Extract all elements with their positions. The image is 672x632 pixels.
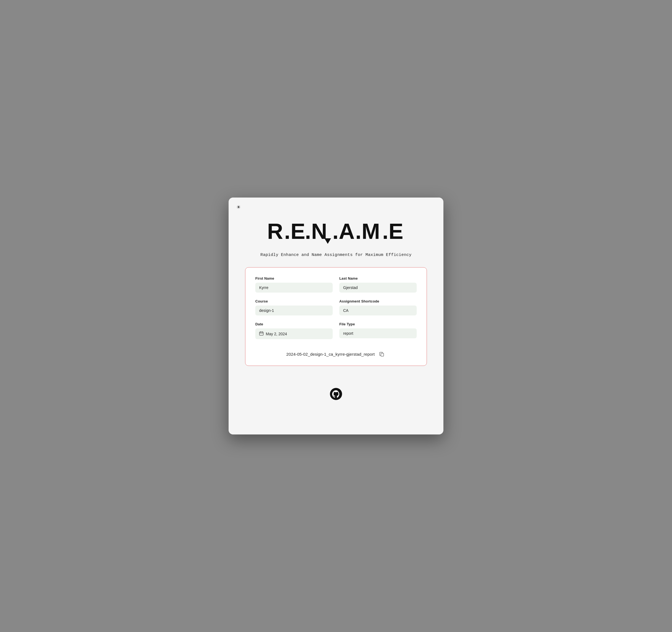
date-filetype-row: Date File Type xyxy=(255,322,417,339)
logo-svg: R . E . N . A . M . E xyxy=(264,214,408,247)
svg-text:E: E xyxy=(291,219,305,243)
course-group: Course xyxy=(255,299,333,315)
date-group: Date xyxy=(255,322,333,339)
app-window: ☀ R . E . N . A . M . xyxy=(229,197,443,435)
course-row: Course Assignment Shortcode xyxy=(255,299,417,315)
assignment-shortcode-label: Assignment Shortcode xyxy=(339,299,417,303)
course-input[interactable] xyxy=(255,306,333,315)
svg-text:E: E xyxy=(389,219,403,243)
svg-text:N: N xyxy=(311,219,327,243)
copy-button[interactable] xyxy=(378,350,386,358)
svg-text:.: . xyxy=(305,219,311,243)
github-icon xyxy=(330,388,342,400)
svg-text:.: . xyxy=(284,219,290,243)
course-label: Course xyxy=(255,299,333,303)
date-input[interactable] xyxy=(266,332,329,336)
svg-rect-12 xyxy=(259,332,263,335)
file-type-group: File Type xyxy=(339,322,417,339)
date-input-wrapper[interactable] xyxy=(255,328,333,339)
first-name-label: First Name xyxy=(255,276,333,280)
calendar-icon xyxy=(259,331,264,336)
theme-toggle-button[interactable]: ☀ xyxy=(235,203,242,211)
last-name-input[interactable] xyxy=(339,283,417,292)
logo-container: R . E . N . A . M . E xyxy=(245,214,427,248)
github-link[interactable] xyxy=(330,388,342,400)
svg-text:R: R xyxy=(267,219,284,243)
first-name-input[interactable] xyxy=(255,283,333,292)
svg-text:.: . xyxy=(355,219,361,243)
assignment-shortcode-group: Assignment Shortcode xyxy=(339,299,417,315)
result-filename: 2024-05-02_design-1_ca_kyrre-gjerstad_re… xyxy=(286,352,375,356)
last-name-label: Last Name xyxy=(339,276,417,280)
copy-icon xyxy=(379,351,384,357)
sun-icon: ☀ xyxy=(236,205,241,210)
svg-point-14 xyxy=(330,388,342,400)
form-card: First Name Last Name Course Assignment S… xyxy=(245,267,427,366)
n-letter: N xyxy=(311,219,331,244)
result-row: 2024-05-02_design-1_ca_kyrre-gjerstad_re… xyxy=(255,346,417,358)
name-row: First Name Last Name xyxy=(255,276,417,292)
last-name-group: Last Name xyxy=(339,276,417,292)
svg-text:.: . xyxy=(382,219,388,243)
svg-text:M: M xyxy=(362,219,380,243)
first-name-group: First Name xyxy=(255,276,333,292)
assignment-shortcode-input[interactable] xyxy=(339,306,417,315)
file-type-label: File Type xyxy=(339,322,417,326)
github-footer xyxy=(245,388,427,400)
svg-text:A: A xyxy=(339,219,355,243)
svg-text:.: . xyxy=(332,219,338,243)
file-type-input[interactable] xyxy=(339,328,417,338)
date-label: Date xyxy=(255,322,333,326)
svg-rect-13 xyxy=(381,353,384,356)
app-subtitle: Rapidly Enhance and Name Assignments for… xyxy=(245,253,427,257)
